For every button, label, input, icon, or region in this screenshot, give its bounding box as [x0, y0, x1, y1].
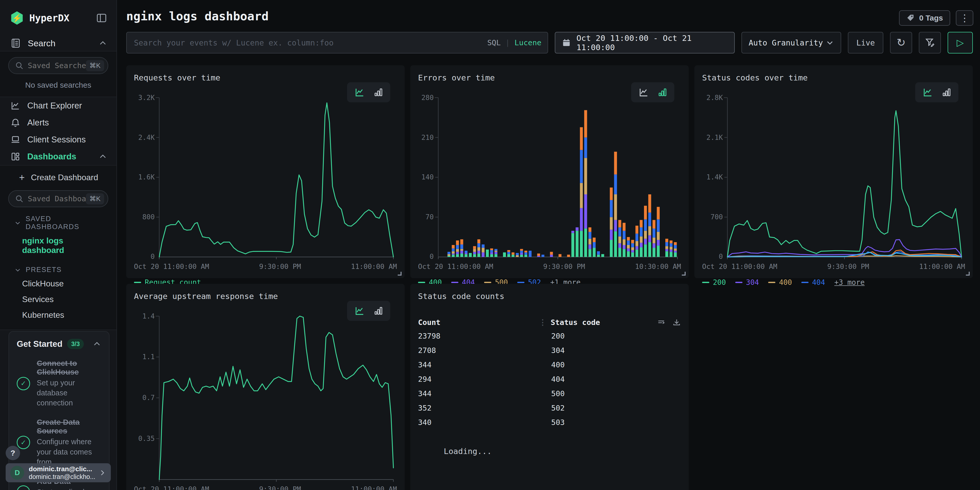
bar-segment [623, 239, 625, 245]
chevron-up-icon[interactable] [99, 39, 107, 48]
x-tick-label: 9:30:00 PM [259, 485, 301, 490]
table-rows-icon[interactable] [657, 318, 666, 327]
legend-more-link[interactable]: +3 more [834, 278, 865, 286]
table-row[interactable]: 2708304 [418, 343, 681, 358]
get-started-step[interactable]: ✓ Create Data Sources Configure where yo… [17, 418, 101, 467]
preset-services[interactable]: Services [0, 291, 116, 307]
bar-segment [584, 110, 587, 137]
y-tick-label: 140 [422, 173, 434, 181]
presets-header: PRESETS [26, 266, 62, 274]
preset-clickhouse[interactable]: ClickHouse [0, 276, 116, 291]
bar-chart-icon[interactable] [657, 87, 668, 98]
resize-handle[interactable] [682, 272, 686, 275]
sidebar-item-alerts[interactable]: Alerts [0, 114, 116, 131]
x-tick-label: Oct 20 11:00:00 AM [418, 262, 493, 270]
bar-segment [473, 252, 476, 254]
line-chart-icon[interactable] [354, 305, 366, 316]
bar-chart-icon[interactable] [373, 305, 383, 316]
sidebar-item-client-sessions[interactable]: Client Sessions [0, 131, 116, 148]
bar-segment [456, 240, 459, 245]
bar-chart-icon[interactable] [373, 87, 383, 98]
bar-segment [623, 223, 625, 231]
column-header-count[interactable]: Count [418, 318, 539, 327]
get-started-step[interactable]: ✓ Connect to ClickHouse Set up your data… [17, 359, 101, 408]
errors-chart[interactable]: 701402102800 [418, 94, 681, 261]
loading-text: Loading... [444, 447, 681, 456]
saved-dashboards-header: SAVED DASHBOARDS [26, 215, 106, 231]
table-row[interactable]: 352502 [418, 401, 681, 415]
line-chart-icon[interactable] [922, 87, 934, 98]
panel-title: Average upstream response time [134, 291, 397, 301]
cell-count: 294 [418, 375, 539, 383]
date-range-picker[interactable]: Oct 20 11:00:00 - Oct 21 11:00:00 [555, 32, 735, 54]
cell-status: 304 [539, 346, 565, 355]
bar-segment [452, 255, 455, 257]
bar-segment [512, 253, 514, 255]
bar-segment [460, 253, 463, 257]
bar-segment [482, 248, 484, 253]
chevron-down-icon [826, 38, 834, 47]
line-chart-icon[interactable] [354, 87, 366, 98]
table-row[interactable]: 23798200 [418, 329, 681, 343]
help-button[interactable]: ? [6, 446, 20, 460]
sidebar-item-dashboards[interactable]: Dashboards [0, 148, 116, 165]
run-query-button[interactable]: ▷ [948, 32, 973, 54]
chevron-down-icon [14, 220, 21, 226]
dashboard-link-nginx[interactable]: nginx logs dashboard [0, 233, 116, 258]
saved-dashboards-input[interactable] [28, 194, 86, 203]
panel-menu-button[interactable]: ⋮ [956, 10, 973, 26]
column-resize-handle[interactable]: ⋮ [539, 318, 546, 327]
table-row[interactable]: 344500 [418, 387, 681, 401]
tags-button[interactable]: 0 Tags [899, 10, 950, 26]
date-range-value: Oct 20 11:00:00 - Oct 21 11:00:00 [576, 33, 727, 52]
dashboard-grid: Requests over time 8001.6K2.4K3.2K0 Oct … [126, 65, 973, 490]
line-chart-icon[interactable] [638, 87, 650, 98]
legend-swatch [517, 282, 525, 283]
bar-segment [648, 213, 651, 226]
download-icon[interactable] [672, 318, 681, 327]
refresh-button[interactable]: ↻ [890, 32, 912, 54]
saved-dashboards-search[interactable]: ⌘K [8, 190, 108, 207]
avg-upstream-chart[interactable]: 0.350.71.11.4 [134, 312, 397, 483]
requests-chart[interactable]: 8001.6K2.4K3.2K0 [134, 94, 397, 261]
legend-swatch [451, 282, 458, 283]
sidebar-item-label: Chart Explorer [27, 101, 107, 111]
filter-button[interactable] [919, 32, 941, 54]
table-row[interactable]: 294404 [418, 372, 681, 387]
presets-group[interactable]: PRESETS [0, 258, 116, 276]
granularity-select[interactable]: Auto Granularity [741, 32, 841, 54]
search-section-header[interactable]: Search [0, 35, 116, 51]
saved-searches-search[interactable]: ⌘K [8, 57, 108, 74]
y-tick-label: 1.4 [142, 312, 155, 320]
resize-handle[interactable] [966, 272, 970, 275]
live-button[interactable]: Live [848, 32, 883, 54]
bar-segment [635, 241, 638, 246]
chevron-up-icon[interactable] [99, 152, 107, 161]
bar-segment [516, 253, 519, 255]
table-row[interactable]: 344400 [418, 358, 681, 372]
lucene-toggle[interactable]: Lucene [514, 38, 541, 47]
status-codes-chart[interactable]: 7001.4K2.1K2.8K0 [702, 94, 965, 261]
sql-toggle[interactable]: SQL [487, 38, 501, 47]
sidebar-item-chart-explorer[interactable]: Chart Explorer [0, 97, 116, 114]
bar-segment [657, 219, 660, 232]
bar-segment [610, 229, 612, 240]
bar-chart-icon[interactable] [942, 87, 952, 98]
table-row[interactable]: 340503 [418, 415, 681, 430]
user-menu[interactable]: D dominic.tran@clic... dominic.tran@clic… [6, 463, 111, 482]
collapse-sidebar-icon[interactable] [96, 12, 107, 24]
cmdk-shortcut: ⌘K [86, 193, 104, 204]
preset-kubernetes[interactable]: Kubernetes [0, 307, 116, 323]
avatar: D [10, 466, 24, 480]
resize-handle[interactable] [398, 272, 402, 275]
saved-searches-input[interactable] [28, 61, 86, 70]
chevron-up-icon[interactable] [92, 340, 101, 348]
event-search-input[interactable] [126, 32, 548, 54]
chart-explorer-icon [10, 100, 21, 111]
bar-segment [584, 194, 587, 229]
create-dashboard-button[interactable]: + Create Dashboard [0, 169, 116, 186]
column-header-status-code[interactable]: Status code [550, 318, 600, 327]
legend-swatch [418, 282, 425, 283]
bar-segment [648, 242, 651, 257]
saved-dashboards-group[interactable]: SAVED DASHBOARDS [0, 207, 116, 233]
